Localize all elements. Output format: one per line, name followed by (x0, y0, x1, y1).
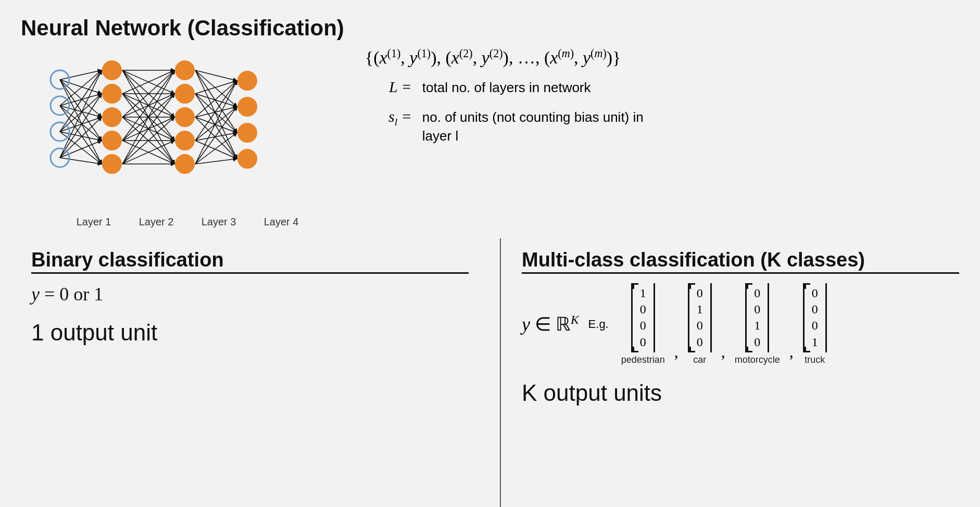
y-in-RK: y ∈ ℝK (522, 313, 579, 335)
svg-point-71 (103, 108, 121, 126)
svg-point-76 (175, 108, 194, 126)
def-sl-line: sl = no. of units (not counting bias uni… (365, 108, 959, 146)
svg-point-80 (238, 97, 257, 116)
layer-4-label: Layer 4 (264, 216, 299, 228)
binary-title: Binary classification (31, 249, 469, 274)
svg-point-78 (175, 155, 194, 173)
def-sl-lhs: sl = (365, 108, 412, 128)
svg-point-77 (175, 131, 194, 150)
matrix-motorcycle: 0 0 1 0 motorcycle (735, 283, 780, 365)
layer-labels: Layer 1 Layer 2 Layer 3 Layer 4 (62, 216, 312, 228)
training-set-notation: {(x(1), y(1)), (x(2), y(2)), …, (x(m), y… (365, 47, 959, 68)
comma-1: , (674, 342, 679, 361)
svg-point-70 (103, 84, 121, 103)
svg-line-55 (195, 117, 237, 133)
page-title: Neural Network (Classification) (21, 16, 344, 41)
multiclass-y-line: y ∈ ℝK E.g. 1 0 0 0 pedestrian , (522, 283, 959, 365)
binary-classification-panel: Binary classification y = 0 or 1 1 outpu… (0, 238, 501, 507)
matrix-2-values: 0 1 0 0 (688, 283, 712, 352)
matrix-4-values: 0 0 0 1 (803, 283, 827, 352)
left-column: Neural Network (Classification) (21, 16, 344, 228)
svg-line-61 (195, 81, 237, 164)
svg-line-48 (195, 70, 237, 159)
svg-point-79 (238, 71, 257, 90)
svg-point-75 (175, 84, 194, 103)
svg-line-57 (195, 81, 237, 141)
matrix-3-values: 0 0 1 0 (745, 283, 769, 352)
layer-1-label: Layer 1 (77, 216, 111, 228)
multiclass-title: Multi-class classification (K classes) (522, 249, 959, 274)
layer-3-label: Layer 3 (202, 216, 236, 228)
right-column: {(x(1), y(1)), (x(2), y(2)), …, (x(m), y… (365, 16, 959, 228)
svg-line-3 (60, 80, 102, 141)
matrix-car: 0 1 0 0 car (688, 283, 712, 365)
eg-label: E.g. (588, 318, 609, 331)
def-L-lhs: L = (365, 78, 412, 96)
svg-point-69 (103, 61, 121, 80)
svg-line-52 (195, 94, 237, 159)
def-sl-rhs: no. of units (not counting bias unit) in… (422, 108, 644, 146)
matrix-truck: 0 0 0 1 truck (803, 283, 827, 365)
svg-point-74 (175, 61, 194, 80)
svg-point-73 (103, 155, 121, 173)
svg-line-59 (195, 133, 237, 141)
comma-2: , (721, 342, 725, 361)
binary-equation: y = 0 or 1 (31, 283, 469, 305)
svg-point-81 (238, 123, 257, 142)
matrix-1-label: pedestrian (621, 354, 665, 365)
matrix-1-values: 1 0 0 0 (631, 283, 655, 352)
svg-line-50 (195, 94, 237, 107)
top-section: Neural Network (Classification) (0, 0, 980, 228)
matrix-pedestrian: 1 0 0 0 pedestrian (621, 283, 665, 365)
neural-network-diagram (21, 48, 276, 212)
multiclass-output-label: K output units (522, 380, 959, 406)
bottom-section: Binary classification y = 0 or 1 1 outpu… (0, 238, 980, 507)
def-L-rhs: total no. of layers in network (422, 78, 591, 97)
binary-output-label: 1 output unit (31, 320, 469, 346)
comma-3: , (789, 342, 794, 361)
def-L-line: L = total no. of layers in network (365, 78, 959, 97)
matrix-2-label: car (693, 354, 706, 365)
page: Neural Network (Classification) (0, 0, 980, 507)
svg-point-82 (238, 149, 257, 168)
matrix-4-label: truck (805, 354, 825, 365)
layer-2-label: Layer 2 (139, 216, 174, 228)
matrix-3-label: motorcycle (735, 354, 780, 365)
multiclass-classification-panel: Multi-class classification (K classes) y… (501, 238, 980, 507)
svg-point-72 (103, 131, 121, 150)
